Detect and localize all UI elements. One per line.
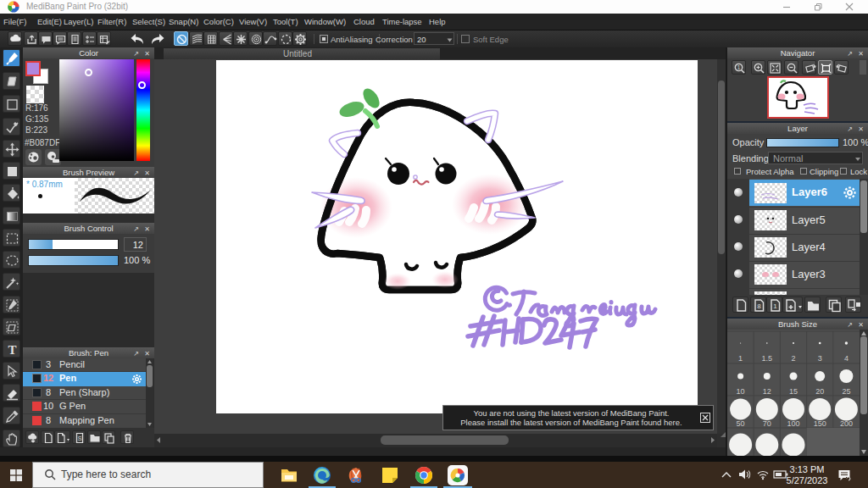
svg-text:150: 150 [814,419,826,428]
svg-text:10: 10 [737,387,745,396]
svg-text:200: 200 [840,419,853,428]
svg-text:3: 3 [818,354,822,363]
svg-text:25: 25 [842,387,850,396]
svg-text:20: 20 [815,387,824,396]
svg-text:15: 15 [789,387,798,396]
svg-text:1.5: 1.5 [762,354,773,363]
svg-text:70: 70 [763,419,771,428]
svg-text:12: 12 [763,387,771,396]
svg-text:T: T [8,343,16,357]
svg-text:1: 1 [773,302,777,310]
svg-text:4: 4 [844,354,849,363]
svg-text:2: 2 [791,354,795,363]
svg-text:50: 50 [737,419,745,428]
svg-text:100: 100 [787,419,799,428]
svg-text:1: 1 [738,354,743,363]
svg-text:1: 1 [737,64,741,70]
svg-text:8: 8 [757,302,761,310]
svg-text:S: S [78,435,82,441]
